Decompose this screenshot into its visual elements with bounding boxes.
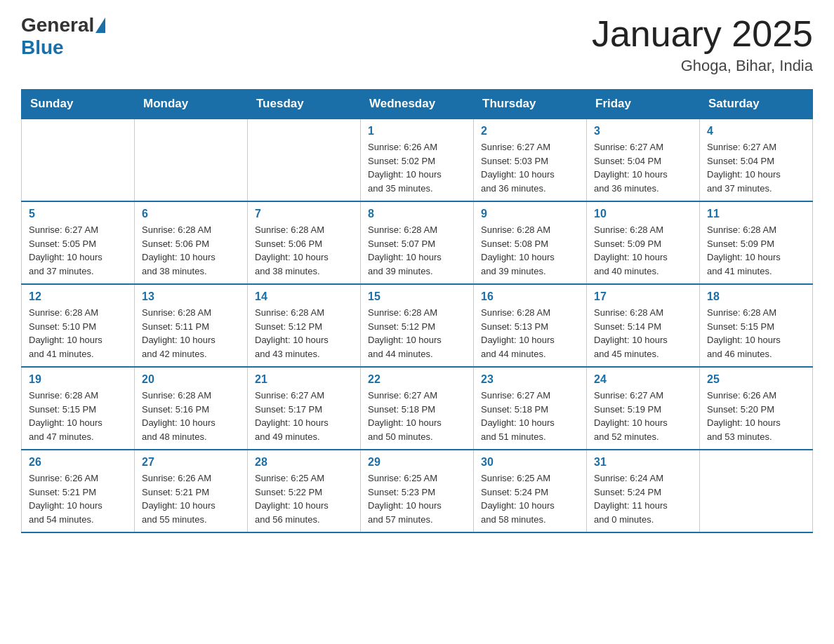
day-info: Sunrise: 6:27 AM Sunset: 5:17 PM Dayligh…: [255, 390, 329, 442]
calendar-cell: 22Sunrise: 6:27 AM Sunset: 5:18 PM Dayli…: [361, 367, 474, 450]
day-number: 24: [594, 373, 692, 386]
calendar-cell: 5Sunrise: 6:27 AM Sunset: 5:05 PM Daylig…: [22, 201, 135, 284]
day-info: Sunrise: 6:26 AM Sunset: 5:21 PM Dayligh…: [29, 473, 102, 525]
calendar-cell: 4Sunrise: 6:27 AM Sunset: 5:04 PM Daylig…: [700, 119, 813, 201]
day-number: 29: [368, 456, 466, 469]
logo-general-text: General: [21, 14, 94, 36]
day-info: Sunrise: 6:26 AM Sunset: 5:02 PM Dayligh…: [368, 142, 442, 194]
day-number: 15: [368, 290, 466, 303]
calendar-cell: 2Sunrise: 6:27 AM Sunset: 5:03 PM Daylig…: [474, 119, 587, 201]
calendar-cell: [700, 450, 813, 532]
logo-blue-text: Blue: [21, 36, 64, 58]
calendar-cell: 26Sunrise: 6:26 AM Sunset: 5:21 PM Dayli…: [22, 450, 135, 532]
day-info: Sunrise: 6:28 AM Sunset: 5:07 PM Dayligh…: [368, 224, 442, 276]
day-info: Sunrise: 6:25 AM Sunset: 5:23 PM Dayligh…: [368, 473, 442, 525]
calendar-week-row: 12Sunrise: 6:28 AM Sunset: 5:10 PM Dayli…: [22, 284, 813, 367]
day-info: Sunrise: 6:27 AM Sunset: 5:19 PM Dayligh…: [594, 390, 668, 442]
day-number: 27: [142, 456, 240, 469]
calendar-cell: 30Sunrise: 6:25 AM Sunset: 5:24 PM Dayli…: [474, 450, 587, 532]
day-info: Sunrise: 6:28 AM Sunset: 5:09 PM Dayligh…: [594, 224, 668, 276]
day-info: Sunrise: 6:28 AM Sunset: 5:10 PM Dayligh…: [29, 307, 102, 359]
calendar-cell: 14Sunrise: 6:28 AM Sunset: 5:12 PM Dayli…: [248, 284, 361, 367]
weekday-header-wednesday: Wednesday: [361, 90, 474, 119]
day-info: Sunrise: 6:27 AM Sunset: 5:05 PM Dayligh…: [29, 224, 102, 276]
weekday-header-sunday: Sunday: [22, 90, 135, 119]
day-number: 13: [142, 290, 240, 303]
day-info: Sunrise: 6:28 AM Sunset: 5:09 PM Dayligh…: [707, 224, 781, 276]
calendar-cell: [248, 119, 361, 201]
day-number: 19: [29, 373, 127, 386]
calendar-cell: 16Sunrise: 6:28 AM Sunset: 5:13 PM Dayli…: [474, 284, 587, 367]
day-info: Sunrise: 6:27 AM Sunset: 5:03 PM Dayligh…: [481, 142, 555, 194]
calendar-cell: 3Sunrise: 6:27 AM Sunset: 5:04 PM Daylig…: [587, 119, 700, 201]
logo-triangle-icon: [95, 18, 105, 33]
location-text: Ghoga, Bihar, India: [592, 57, 813, 75]
calendar-cell: 9Sunrise: 6:28 AM Sunset: 5:08 PM Daylig…: [474, 201, 587, 284]
day-number: 26: [29, 456, 127, 469]
weekday-header-saturday: Saturday: [700, 90, 813, 119]
day-info: Sunrise: 6:27 AM Sunset: 5:18 PM Dayligh…: [481, 390, 555, 442]
day-info: Sunrise: 6:27 AM Sunset: 5:04 PM Dayligh…: [594, 142, 668, 194]
calendar-cell: 10Sunrise: 6:28 AM Sunset: 5:09 PM Dayli…: [587, 201, 700, 284]
calendar-cell: 12Sunrise: 6:28 AM Sunset: 5:10 PM Dayli…: [22, 284, 135, 367]
weekday-header-friday: Friday: [587, 90, 700, 119]
calendar-cell: 29Sunrise: 6:25 AM Sunset: 5:23 PM Dayli…: [361, 450, 474, 532]
calendar-week-row: 19Sunrise: 6:28 AM Sunset: 5:15 PM Dayli…: [22, 367, 813, 450]
day-info: Sunrise: 6:28 AM Sunset: 5:06 PM Dayligh…: [255, 224, 329, 276]
day-info: Sunrise: 6:27 AM Sunset: 5:04 PM Dayligh…: [707, 142, 781, 194]
calendar-week-row: 26Sunrise: 6:26 AM Sunset: 5:21 PM Dayli…: [22, 450, 813, 532]
calendar-cell: 13Sunrise: 6:28 AM Sunset: 5:11 PM Dayli…: [135, 284, 248, 367]
day-number: 21: [255, 373, 353, 386]
calendar-cell: 25Sunrise: 6:26 AM Sunset: 5:20 PM Dayli…: [700, 367, 813, 450]
calendar-cell: 18Sunrise: 6:28 AM Sunset: 5:15 PM Dayli…: [700, 284, 813, 367]
day-number: 30: [481, 456, 579, 469]
day-number: 25: [707, 373, 805, 386]
weekday-header-thursday: Thursday: [474, 90, 587, 119]
day-number: 16: [481, 290, 579, 303]
calendar-week-row: 1Sunrise: 6:26 AM Sunset: 5:02 PM Daylig…: [22, 119, 813, 201]
day-number: 18: [707, 290, 805, 303]
day-info: Sunrise: 6:28 AM Sunset: 5:15 PM Dayligh…: [707, 307, 781, 359]
calendar-table: SundayMondayTuesdayWednesdayThursdayFrid…: [21, 89, 813, 533]
day-number: 9: [481, 208, 579, 220]
day-number: 11: [707, 208, 805, 220]
calendar-cell: 28Sunrise: 6:25 AM Sunset: 5:22 PM Dayli…: [248, 450, 361, 532]
day-number: 5: [29, 208, 127, 220]
day-info: Sunrise: 6:28 AM Sunset: 5:08 PM Dayligh…: [481, 224, 555, 276]
calendar-cell: 20Sunrise: 6:28 AM Sunset: 5:16 PM Dayli…: [135, 367, 248, 450]
day-number: 20: [142, 373, 240, 386]
calendar-cell: 27Sunrise: 6:26 AM Sunset: 5:21 PM Dayli…: [135, 450, 248, 532]
weekday-header-row: SundayMondayTuesdayWednesdayThursdayFrid…: [22, 90, 813, 119]
day-number: 14: [255, 290, 353, 303]
day-number: 17: [594, 290, 692, 303]
day-info: Sunrise: 6:24 AM Sunset: 5:24 PM Dayligh…: [594, 473, 668, 525]
calendar-cell: 7Sunrise: 6:28 AM Sunset: 5:06 PM Daylig…: [248, 201, 361, 284]
calendar-cell: 31Sunrise: 6:24 AM Sunset: 5:24 PM Dayli…: [587, 450, 700, 532]
page-header: General Blue January 2025 Ghoga, Bihar, …: [21, 14, 813, 75]
day-info: Sunrise: 6:28 AM Sunset: 5:12 PM Dayligh…: [255, 307, 329, 359]
calendar-cell: 8Sunrise: 6:28 AM Sunset: 5:07 PM Daylig…: [361, 201, 474, 284]
calendar-cell: 11Sunrise: 6:28 AM Sunset: 5:09 PM Dayli…: [700, 201, 813, 284]
logo: General Blue: [21, 14, 107, 59]
day-number: 6: [142, 208, 240, 220]
calendar-cell: 6Sunrise: 6:28 AM Sunset: 5:06 PM Daylig…: [135, 201, 248, 284]
day-info: Sunrise: 6:28 AM Sunset: 5:14 PM Dayligh…: [594, 307, 668, 359]
day-info: Sunrise: 6:28 AM Sunset: 5:15 PM Dayligh…: [29, 390, 102, 442]
calendar-cell: 15Sunrise: 6:28 AM Sunset: 5:12 PM Dayli…: [361, 284, 474, 367]
title-block: January 2025 Ghoga, Bihar, India: [592, 14, 813, 75]
day-info: Sunrise: 6:27 AM Sunset: 5:18 PM Dayligh…: [368, 390, 442, 442]
calendar-cell: 23Sunrise: 6:27 AM Sunset: 5:18 PM Dayli…: [474, 367, 587, 450]
day-info: Sunrise: 6:26 AM Sunset: 5:21 PM Dayligh…: [142, 473, 216, 525]
weekday-header-tuesday: Tuesday: [248, 90, 361, 119]
day-info: Sunrise: 6:28 AM Sunset: 5:12 PM Dayligh…: [368, 307, 442, 359]
day-number: 4: [707, 125, 805, 137]
day-number: 12: [29, 290, 127, 303]
day-info: Sunrise: 6:28 AM Sunset: 5:13 PM Dayligh…: [481, 307, 555, 359]
day-number: 23: [481, 373, 579, 386]
day-number: 7: [255, 208, 353, 220]
day-info: Sunrise: 6:25 AM Sunset: 5:22 PM Dayligh…: [255, 473, 329, 525]
day-number: 31: [594, 456, 692, 469]
day-number: 3: [594, 125, 692, 137]
calendar-cell: 21Sunrise: 6:27 AM Sunset: 5:17 PM Dayli…: [248, 367, 361, 450]
day-number: 8: [368, 208, 466, 220]
